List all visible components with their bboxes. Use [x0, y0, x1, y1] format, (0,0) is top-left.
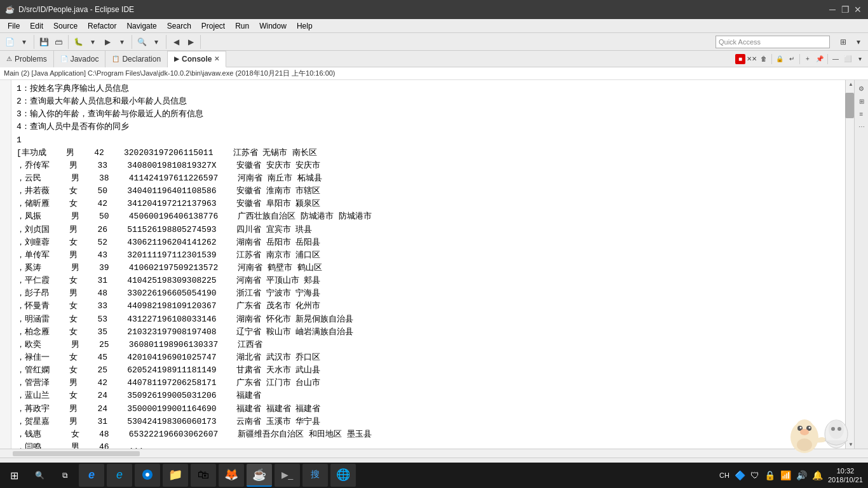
- menu-search[interactable]: Search: [162, 20, 196, 32]
- debug-dropdown[interactable]: ▾: [86, 35, 100, 49]
- taskbar-firefox[interactable]: 🦊: [219, 464, 244, 487]
- scroll-lock-button[interactable]: 🔒: [774, 53, 785, 65]
- separator-2: [799, 54, 800, 64]
- problems-icon: ⚠: [6, 55, 12, 62]
- taskbar-cmd[interactable]: ▶_: [275, 464, 300, 487]
- taskbar-ie[interactable]: e: [107, 464, 132, 487]
- right-panel-icon-3[interactable]: ≡: [856, 108, 867, 119]
- back-button[interactable]: ◀: [169, 35, 183, 49]
- tab-problems[interactable]: ⚠ Problems: [0, 51, 54, 67]
- tab-console[interactable]: ▶ Console ✕: [168, 51, 226, 67]
- view-menu-button[interactable]: ▾: [854, 53, 865, 65]
- taskbar-input-method: 🔷: [735, 470, 745, 480]
- start-button[interactable]: ⊞: [3, 464, 25, 487]
- taskbar-volume: 🔊: [796, 470, 807, 480]
- svg-point-11: [837, 427, 841, 431]
- svg-point-9: [829, 420, 844, 439]
- right-panel-icon-4[interactable]: ⋯: [856, 121, 867, 132]
- menu-file[interactable]: File: [3, 20, 25, 32]
- tab-javadoc[interactable]: 📄 Javadoc: [54, 51, 106, 67]
- tab-console-label: Console: [182, 55, 212, 64]
- scrollbar-thumb[interactable]: [845, 93, 854, 118]
- menu-run[interactable]: Run: [230, 20, 254, 32]
- tab-declaration-label: Declaration: [122, 55, 161, 64]
- new-button[interactable]: 📄: [3, 35, 17, 49]
- titlebar-controls[interactable]: ─ ❐ ✕: [827, 4, 863, 15]
- clear-button[interactable]: 🗑: [758, 53, 770, 65]
- tab-declaration[interactable]: 📋 Declaration: [105, 51, 168, 67]
- minimize-view-button[interactable]: —: [830, 53, 841, 65]
- console-close-button[interactable]: ✕: [214, 55, 219, 62]
- console-output[interactable]: 1：按姓名字典序输出人员信息 2：查询最大年龄人员信息和最小年龄人员信息 3：输…: [11, 80, 845, 449]
- save-button[interactable]: 💾: [37, 35, 51, 49]
- search-button[interactable]: 🔍: [135, 35, 149, 49]
- run-dropdown[interactable]: ▾: [115, 35, 129, 49]
- search-dropdown[interactable]: ▾: [149, 35, 163, 49]
- menu-source[interactable]: Source: [48, 20, 83, 32]
- new-dropdown[interactable]: ▾: [17, 35, 31, 49]
- taskbar-notification: 🔔: [812, 470, 823, 480]
- new-console-button[interactable]: +: [802, 53, 813, 65]
- taskbar-lang: CH: [719, 471, 729, 479]
- console-status-text: Main (2) [Java Application] C:\Program F…: [4, 69, 336, 77]
- minimize-button[interactable]: ─: [827, 4, 837, 15]
- taskbar-sogou[interactable]: 搜: [302, 464, 328, 487]
- forward-button[interactable]: ▶: [184, 35, 198, 49]
- quick-access-input[interactable]: Quick Access: [715, 36, 830, 48]
- taskbar-edge[interactable]: e: [79, 464, 104, 487]
- maximize-view-button[interactable]: ⬜: [842, 53, 853, 65]
- taskbar-explorer[interactable]: 📁: [163, 464, 188, 487]
- menu-bar: File Edit Source Refactor Navigate Searc…: [0, 19, 868, 33]
- title-bar: ☕ D/src/ID/People.java - Eclipse IDE ─ ❐…: [0, 0, 868, 19]
- cmd-icon: ▶_: [281, 470, 294, 480]
- taskbar-network: 📶: [780, 470, 791, 480]
- menu-edit[interactable]: Edit: [25, 20, 48, 32]
- taskbar-search-button[interactable]: 🔍: [28, 464, 51, 487]
- menu-refactor[interactable]: Refactor: [83, 20, 121, 32]
- menu-window[interactable]: Window: [254, 20, 292, 32]
- firefox-icon: 🦊: [224, 468, 238, 482]
- editor-gutter: [0, 80, 11, 449]
- taskbar-store[interactable]: 🛍: [191, 464, 216, 487]
- save-all-button[interactable]: 🗃: [51, 35, 65, 49]
- separator-1: [771, 54, 772, 64]
- taskbar-vpn: 🔒: [764, 470, 775, 480]
- javadoc-icon: 📄: [60, 55, 68, 62]
- taskbar: ⊞ 🔍 ⧉ e e 📁 🛍 🦊 ☕ ▶_ 搜 🌐 CH 🔷 🛡 🔒 📶 🔊: [0, 463, 868, 488]
- right-panel-icon-1[interactable]: ⚙: [856, 83, 867, 94]
- pin-button[interactable]: 📌: [814, 53, 825, 65]
- close-button[interactable]: ✕: [853, 4, 863, 15]
- hscrollbar-thumb[interactable]: [13, 451, 140, 456]
- taskbar-clock[interactable]: 10:32 2018/10/21: [828, 466, 863, 485]
- taskbar-edge-new[interactable]: [135, 464, 160, 487]
- svg-point-5: [809, 427, 811, 429]
- menu-project[interactable]: Project: [196, 20, 230, 32]
- perspective-button[interactable]: ⊞: [836, 35, 850, 49]
- menu-help[interactable]: Help: [292, 20, 318, 32]
- maximize-button[interactable]: ❐: [840, 4, 850, 15]
- menu-navigate[interactable]: Navigate: [121, 20, 161, 32]
- taskbar-eclipse[interactable]: ☕: [247, 464, 272, 487]
- perspective-dropdown[interactable]: ▾: [851, 35, 865, 49]
- terminate-button[interactable]: ■: [735, 54, 745, 64]
- mascot-svg: [779, 393, 855, 456]
- run-button[interactable]: ▶: [100, 35, 114, 49]
- window-title: D/src/ID/People.java - Eclipse IDE: [18, 5, 134, 14]
- titlebar-left: ☕ D/src/ID/People.java - Eclipse IDE: [5, 5, 134, 14]
- edge-new-icon: [141, 468, 154, 481]
- explorer-icon: 📁: [168, 468, 182, 482]
- svg-point-7: [797, 438, 812, 451]
- taskbar-right: CH 🔷 🛡 🔒 📶 🔊 🔔 10:32 2018/10/21: [719, 466, 865, 485]
- remove-all-button[interactable]: ✕✕: [746, 53, 757, 65]
- horizontal-scrollbar[interactable]: [0, 449, 868, 458]
- task-view-button[interactable]: ⧉: [53, 464, 76, 487]
- taskbar-app2[interactable]: 🌐: [330, 464, 356, 487]
- debug-button[interactable]: 🐛: [71, 35, 85, 49]
- right-panel-icon-2[interactable]: ⊞: [856, 95, 867, 107]
- word-wrap-button[interactable]: ↵: [786, 53, 797, 65]
- scroll-up-button[interactable]: ▲: [848, 81, 853, 87]
- app2-icon: 🌐: [336, 468, 350, 482]
- svg-point-6: [800, 429, 809, 435]
- right-panel: ⚙ ⊞ ≡ ⋯: [854, 80, 868, 449]
- app-icon: ☕: [5, 5, 15, 14]
